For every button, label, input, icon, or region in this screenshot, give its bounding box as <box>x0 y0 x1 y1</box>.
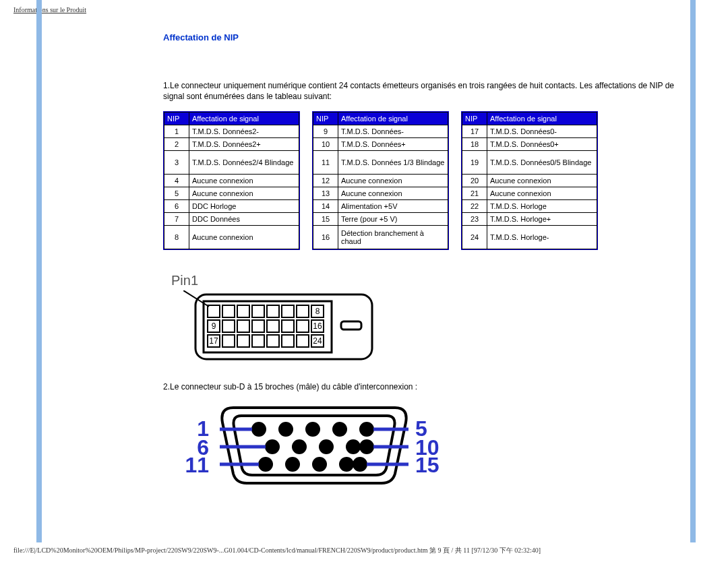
svg-rect-13 <box>237 320 249 332</box>
svg-rect-21 <box>237 335 249 347</box>
pin-signal: T.M.D.S. Données2/4 Blindage <box>189 151 299 175</box>
dvi-row1-end-label: 8 <box>315 307 320 316</box>
svg-point-28 <box>251 422 266 437</box>
pin-num: 21 <box>462 187 487 200</box>
vga-row3-start-label: 11 <box>185 453 209 477</box>
pin-tables-row: NIP Affectation de signal 1T.M.D.S. Donn… <box>163 111 682 250</box>
section-title: Affectation de NIP <box>163 32 682 42</box>
pin-signal: T.M.D.S. Données- <box>338 125 448 138</box>
pin-signal: T.M.D.S. Données0/5 Blindage <box>487 151 597 175</box>
dvi-row2-end-label: 16 <box>313 321 322 331</box>
pin-num: 15 <box>313 213 338 226</box>
svg-rect-23 <box>267 335 279 347</box>
svg-point-29 <box>278 422 293 437</box>
svg-point-39 <box>285 457 300 472</box>
pin-signal: Alimentation +5V <box>338 200 448 213</box>
main-content: Affectation de NIP 1.Le connecteur uniqu… <box>163 32 682 487</box>
pin-signal: Aucune connexion <box>487 175 597 187</box>
pin-num: 2 <box>164 138 189 151</box>
footer-file-path: file:///E|/LCD%20Monitor%20OEM/Philips/M… <box>13 546 541 555</box>
pin-num: 22 <box>462 200 487 213</box>
pin-num: 1 <box>164 125 189 138</box>
pin-num: 11 <box>313 151 338 175</box>
svg-point-34 <box>292 439 307 454</box>
pin-signal: Aucune connexion <box>189 175 299 187</box>
vga-row3-end-label: 15 <box>415 453 439 477</box>
pin-signal: T.M.D.S. Données2- <box>189 125 299 138</box>
svg-rect-17 <box>297 320 309 332</box>
svg-point-36 <box>346 439 361 454</box>
svg-rect-7 <box>267 305 279 317</box>
svg-rect-25 <box>297 335 309 347</box>
dvi-connector-figure: Pin1 8 9 16 17 <box>171 274 682 375</box>
pin-table-frame-a: NIP Affectation de signal 1T.M.D.S. Donn… <box>163 111 300 250</box>
dvi-connector-icon: 8 9 16 17 24 <box>183 290 379 365</box>
pin-signal: T.M.D.S. Données+ <box>338 138 448 151</box>
pin-table-a: NIP Affectation de signal 1T.M.D.S. Donn… <box>164 112 299 249</box>
col-header-signal: Affectation de signal <box>487 113 597 125</box>
dvi-pin1-label: Pin1 <box>171 273 198 288</box>
svg-rect-5 <box>237 305 249 317</box>
pin-num: 4 <box>164 175 189 187</box>
intro-paragraph-1: 1.Le connecteur uniquement numérique con… <box>163 80 682 102</box>
pin-signal: T.M.D.S. Horloge <box>487 200 597 213</box>
pin-num: 18 <box>462 138 487 151</box>
svg-rect-4 <box>222 305 235 317</box>
dvi-row2-start-label: 9 <box>212 321 216 331</box>
pin-signal: Aucune connexion <box>338 187 448 200</box>
pin-num: 6 <box>164 200 189 213</box>
pin-signal: T.M.D.S. Données0+ <box>487 138 597 151</box>
pin-signal: T.M.D.S. Horloge- <box>487 226 597 249</box>
pin-num: 5 <box>164 187 189 200</box>
pin-table-c: NIP Affectation de signal 17T.M.D.S. Don… <box>462 112 597 249</box>
svg-point-35 <box>319 439 334 454</box>
col-header-signal: Affectation de signal <box>338 113 448 125</box>
pin-signal: T.M.D.S. Données 1/3 Blindage <box>338 151 448 175</box>
svg-rect-14 <box>252 320 264 332</box>
dvi-row3-start-label: 17 <box>209 336 218 346</box>
pin-signal: Aucune connexion <box>487 187 597 200</box>
pin-num: 9 <box>313 125 338 138</box>
pin-table-frame-b: NIP Affectation de signal 9T.M.D.S. Donn… <box>312 111 449 250</box>
svg-rect-20 <box>222 335 235 347</box>
pin-num: 16 <box>313 226 338 249</box>
svg-point-32 <box>359 422 374 437</box>
svg-point-40 <box>312 457 327 472</box>
svg-rect-22 <box>252 335 264 347</box>
svg-rect-12 <box>222 320 235 332</box>
pin-num: 8 <box>164 226 189 249</box>
pin-num: 10 <box>313 138 338 151</box>
svg-rect-24 <box>282 335 294 347</box>
pin-signal: T.M.D.S. Données0- <box>487 125 597 138</box>
svg-rect-15 <box>267 320 279 332</box>
pin-signal: Terre (pour +5 V) <box>338 213 448 226</box>
pin-signal: Aucune connexion <box>189 187 299 200</box>
col-header-nip: NIP <box>313 113 338 125</box>
dvi-row3-end-label: 24 <box>313 336 322 346</box>
pin-signal: DDC Horloge <box>189 200 299 213</box>
pin-num: 19 <box>462 151 487 175</box>
svg-rect-6 <box>252 305 264 317</box>
pin-num: 23 <box>462 213 487 226</box>
svg-point-41 <box>339 457 354 472</box>
svg-point-30 <box>305 422 320 437</box>
intro-paragraph-2: 2.Le connecteur sub-D à 15 broches (mâle… <box>163 382 682 392</box>
svg-point-38 <box>258 457 273 472</box>
svg-point-31 <box>332 422 347 437</box>
pin-num: 17 <box>462 125 487 138</box>
col-header-nip: NIP <box>462 113 487 125</box>
svg-point-42 <box>353 457 367 472</box>
vga-connector-icon: 1 6 11 5 10 15 <box>179 400 449 487</box>
pin-signal: Aucune connexion <box>189 226 299 249</box>
pin-num: 7 <box>164 213 189 226</box>
page-header-title: Informations sur le Produit <box>13 6 86 13</box>
pin-num: 14 <box>313 200 338 213</box>
svg-rect-3 <box>208 305 220 317</box>
pin-num: 24 <box>462 226 487 249</box>
svg-point-37 <box>359 439 374 454</box>
svg-rect-9 <box>297 305 309 317</box>
pin-num: 3 <box>164 151 189 175</box>
right-accent-bar <box>690 0 696 542</box>
pin-num: 13 <box>313 187 338 200</box>
svg-rect-27 <box>341 321 361 330</box>
